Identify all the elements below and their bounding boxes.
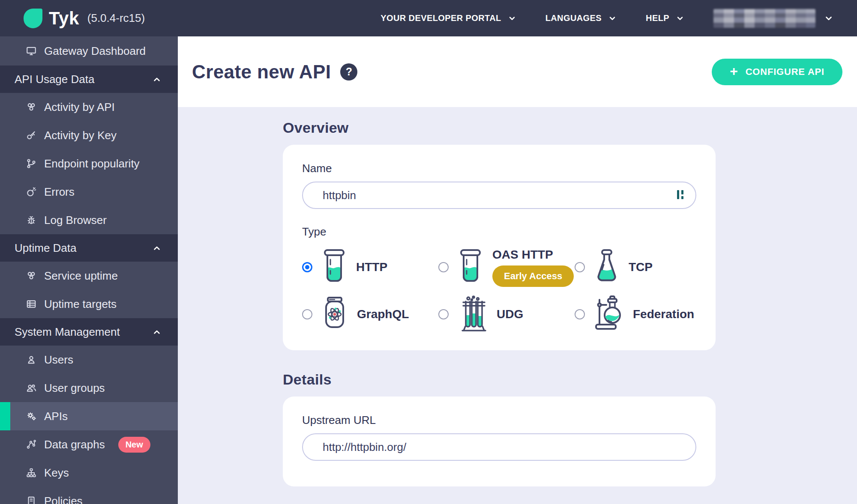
upstream-url-input[interactable] [302,433,696,461]
key-icon [26,130,37,141]
bug-icon [26,215,37,226]
radio-udg[interactable] [438,309,449,319]
chevron-down-icon [608,14,617,23]
graph-nodes-icon [26,439,37,450]
monitor-icon [26,45,37,57]
sidebar: Gateway Dashboard API Usage Data Activit… [0,36,178,504]
nodes-icon [26,101,37,113]
help-icon[interactable]: ? [340,63,357,81]
sidebar-item-user-groups[interactable]: User groups [0,374,178,402]
chevron-down-icon [676,14,684,23]
radio-graphql[interactable] [302,309,312,319]
jar-atom-icon [320,296,349,332]
sidebar-item-apis[interactable]: APIs [0,402,178,430]
chevron-down-icon [508,14,516,23]
users-icon [26,382,37,394]
chevron-up-icon [151,74,162,85]
flask-stand-icon [593,295,625,333]
main-content: Create new API ? + CONFIGURE API Overvie… [178,36,857,504]
type-option-udg[interactable]: UDG [438,294,575,335]
chevron-down-icon [824,14,833,23]
user-name-redacted [713,9,815,28]
upstream-url-label: Upstream URL [302,414,696,426]
user-menu[interactable] [713,9,833,28]
test-tubes-icon [456,295,489,333]
sidebar-item-endpoint-popularity[interactable]: Endpoint popularity [0,149,178,178]
user-icon [26,354,37,365]
sidebar-section-uptime-data[interactable]: Uptime Data [0,234,178,262]
sidebar-section-api-usage-data[interactable]: API Usage Data [0,66,178,93]
tyk-logo[interactable]: Tyk (5.0.4-rc15) [0,8,145,29]
nodes-icon [26,270,37,281]
beaker-icon [456,248,485,286]
table-list-icon [26,298,37,310]
sidebar-item-policies[interactable]: Policies [0,487,178,504]
nav-developer-portal[interactable]: YOUR DEVELOPER PORTAL [381,13,516,23]
sidebar-item-log-browser[interactable]: Log Browser [0,206,178,234]
tyk-logo-icon [24,9,42,28]
name-input[interactable] [302,182,696,209]
api-type-options: HTTP OAS HTTP Early Access [302,247,696,335]
type-option-graphql[interactable]: GraphQL [302,294,438,335]
page-header: Create new API ? + CONFIGURE API [178,36,857,107]
nav-help[interactable]: HELP [646,13,684,23]
flask-icon [593,248,621,286]
overview-heading: Overview [283,120,857,135]
nav-languages[interactable]: LANGUAGES [545,13,617,23]
beaker-icon [320,248,348,286]
early-access-badge: Early Access [492,265,574,287]
topbar: Tyk (5.0.4-rc15) YOUR DEVELOPER PORTAL L… [0,0,857,36]
chevron-up-icon [151,326,162,337]
new-badge: New [118,437,150,453]
sidebar-item-service-uptime[interactable]: Service uptime [0,262,178,290]
upstream-url-input-wrap [302,433,696,461]
sidebar-item-users[interactable]: Users [0,346,178,374]
sidebar-item-activity-by-api[interactable]: Activity by API [0,93,178,121]
sidebar-item-data-graphs[interactable]: Data graphs New [0,430,178,459]
form-content: Overview Name Type [178,107,857,486]
bomb-icon [26,186,37,197]
document-icon [26,495,37,504]
overview-card: Name Type [283,145,716,350]
sidebar-item-activity-by-key[interactable]: Activity by Key [0,121,178,149]
radio-http[interactable] [302,262,312,272]
chevron-up-icon [151,242,162,253]
details-card: Upstream URL [283,397,716,486]
configure-api-button[interactable]: + CONFIGURE API [712,59,842,85]
name-label: Name [302,162,696,175]
sidebar-section-system-management[interactable]: System Management [0,318,178,346]
type-label: Type [302,225,696,238]
gears-icon [26,411,37,422]
radio-oas-http[interactable] [438,262,449,272]
radio-tcp[interactable] [575,262,585,272]
sidebar-item-uptime-targets[interactable]: Uptime targets [0,290,178,318]
name-input-wrap [302,182,696,209]
sitemap-icon [26,467,37,478]
plus-icon: + [730,64,738,78]
details-heading: Details [283,372,857,387]
branch-icon [26,158,37,169]
type-option-oas-http[interactable]: OAS HTTP Early Access [438,247,575,288]
type-option-tcp[interactable]: TCP [575,247,696,288]
sidebar-item-gateway-dashboard[interactable]: Gateway Dashboard [0,36,178,66]
page-title: Create new API [192,61,331,83]
tyk-logo-text: Tyk [49,8,79,29]
text-cursor-bars-icon [677,189,685,203]
sidebar-item-errors[interactable]: Errors [0,178,178,206]
type-option-http[interactable]: HTTP [302,247,438,288]
topbar-nav: YOUR DEVELOPER PORTAL LANGUAGES HELP [381,9,857,28]
version-label: (5.0.4-rc15) [87,12,145,25]
sidebar-item-keys[interactable]: Keys [0,459,178,487]
type-option-federation[interactable]: Federation [575,294,696,335]
radio-federation[interactable] [575,309,585,319]
